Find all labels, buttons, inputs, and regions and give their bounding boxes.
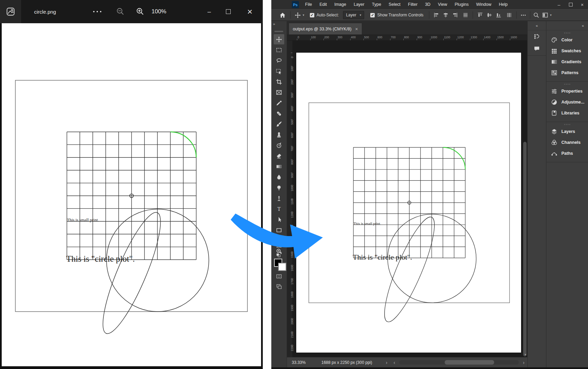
tab-close-icon[interactable]: × (355, 26, 358, 32)
patterns-panel-icon (551, 70, 557, 76)
clone-stamp-tool[interactable] (274, 129, 284, 140)
history-brush-tool[interactable] (274, 140, 284, 150)
options-more-button[interactable] (520, 12, 526, 18)
photos-image-canvas: This is small print.This is "circle plot… (2, 23, 261, 366)
menu-file[interactable]: File (301, 0, 316, 9)
h-ruler-tick: 600 (377, 36, 382, 39)
gradient-tool[interactable] (274, 161, 284, 172)
brush-tool[interactable] (274, 119, 284, 129)
frame-tool[interactable] (274, 87, 284, 97)
toolbar-more-button[interactable] (271, 244, 287, 250)
hscroll-left-chevron-icon[interactable]: ‹ (393, 360, 395, 365)
distribute-horizontal-button[interactable] (506, 12, 512, 18)
dock-collapse-chevron[interactable]: « (546, 21, 588, 30)
zoom-level-value[interactable]: 100% (152, 0, 166, 23)
v-ruler-tick: 500 (291, 120, 294, 125)
dodge-tool[interactable] (274, 182, 284, 193)
align-bottom-button[interactable] (496, 12, 501, 18)
object-selection-tool[interactable] (274, 66, 284, 76)
menu-select[interactable]: Select (385, 0, 404, 9)
auto-select-checkbox[interactable]: ✓ (310, 13, 314, 17)
menu-window[interactable]: Window (472, 0, 495, 9)
close-button[interactable]: × (240, 0, 260, 23)
menu-view[interactable]: View (434, 0, 451, 9)
ps-minimize-button[interactable]: – (553, 0, 565, 9)
lasso-tool[interactable] (274, 55, 284, 66)
auto-select-target-dropdown[interactable]: Layer ▾ (343, 11, 364, 19)
panel-icon-comments[interactable] (528, 42, 546, 54)
hscroll-right-chevron-icon[interactable]: › (523, 360, 525, 365)
vertical-scrollbar[interactable] (523, 142, 527, 356)
swap-colors-icon[interactable] (271, 251, 287, 257)
eraser-tool[interactable] (274, 151, 284, 161)
crop-tool[interactable] (274, 77, 284, 87)
background-color-swatch[interactable] (278, 263, 286, 271)
panel-button-swatches[interactable]: Swatches (546, 45, 588, 56)
align-right-button[interactable] (452, 12, 458, 18)
menu-layer[interactable]: Layer (350, 0, 368, 9)
channels-panel-icon (551, 139, 557, 146)
menu-edit[interactable]: Edit (316, 0, 331, 9)
toolbar-drag-handle[interactable] (274, 31, 283, 32)
menu-filter[interactable]: Filter (404, 0, 421, 9)
document-tab[interactable]: output.eps @ 33.3% (CMYK/8) × (289, 23, 362, 35)
move-tool-option-icon[interactable] (295, 12, 301, 18)
home-button[interactable] (279, 12, 286, 18)
panel-group: PropertiesAdjustme...Libraries (546, 82, 588, 122)
panel-button-color[interactable]: Color (546, 35, 588, 45)
zoom-in-icon[interactable] (136, 7, 144, 16)
align-middle-v-button[interactable] (487, 12, 492, 18)
quick-mask-button[interactable] (271, 273, 287, 279)
panel-button-layers[interactable]: Layers (546, 126, 588, 137)
pen-tool[interactable] (274, 193, 284, 203)
ps-close-button[interactable]: × (576, 0, 588, 9)
panel-button-properties[interactable]: Properties (546, 86, 588, 97)
panel-button-adjustments[interactable]: Adjustme... (546, 97, 588, 108)
minimize-button[interactable]: – (200, 0, 219, 23)
collapsed-strip-header[interactable]: « (528, 21, 546, 30)
path-selection-tool[interactable] (274, 214, 284, 224)
zoom-out-icon[interactable] (116, 7, 125, 16)
workspace-chevron-icon[interactable]: ▾ (550, 13, 552, 17)
horizontal-scrollbar[interactable] (399, 360, 519, 365)
screen-mode-button[interactable] (271, 284, 287, 289)
horizontal-scrollbar-thumb[interactable] (445, 360, 494, 365)
photos-app-button[interactable] (0, 0, 21, 23)
tool-preset-chevron-icon[interactable]: ▾ (303, 13, 304, 17)
toolbar-expand-icon[interactable]: » (273, 22, 275, 26)
healing-brush-tool[interactable] (274, 108, 284, 119)
v-ruler-tick: 600 (291, 133, 294, 138)
workspace-switcher-icon[interactable] (542, 12, 548, 18)
eyedropper-tool[interactable] (274, 98, 284, 108)
panel-icon-history[interactable] (528, 30, 546, 42)
panel-button-channels[interactable]: Channels (546, 137, 588, 148)
marquee-tool[interactable] (274, 45, 284, 55)
menu-3d[interactable]: 3D (421, 0, 434, 9)
ps-maximize-button[interactable] (565, 0, 576, 9)
distribute-vertical-button[interactable] (463, 12, 468, 18)
rectangle-tool[interactable] (274, 225, 284, 235)
maximize-button[interactable] (219, 0, 238, 23)
status-zoom-value[interactable]: 33.33% (292, 360, 306, 365)
show-transform-checkbox[interactable]: ✓ (370, 13, 375, 17)
search-icon[interactable] (533, 12, 539, 18)
see-more-button[interactable] (93, 0, 101, 23)
panel-button-gradients[interactable]: Gradients (546, 56, 588, 67)
menu-bar: Ps FileEditImageLayerTypeSelectFilter3DV… (271, 0, 588, 9)
blur-tool[interactable] (274, 172, 284, 182)
status-expand-chevron-icon[interactable]: › (386, 360, 387, 365)
menu-help[interactable]: Help (495, 0, 512, 9)
options-bar: ▾ ✓ Auto-Select: Layer ▾ ✓ Show Transfor… (271, 9, 588, 21)
align-top-button[interactable] (477, 12, 483, 18)
align-center-h-button[interactable] (443, 12, 448, 18)
panel-button-libraries[interactable]: Libraries (546, 108, 588, 119)
scrollbar-down-chevron-icon[interactable]: ▾ (525, 353, 526, 356)
menu-type[interactable]: Type (368, 0, 385, 9)
menu-plugins[interactable]: Plugins (451, 0, 472, 9)
panel-button-paths[interactable]: Paths (546, 148, 588, 159)
type-tool[interactable]: T (274, 204, 284, 214)
move-tool[interactable] (274, 34, 284, 44)
menu-image[interactable]: Image (331, 0, 350, 9)
panel-button-patterns[interactable]: Patterns (546, 67, 588, 78)
align-left-button[interactable] (434, 12, 439, 18)
